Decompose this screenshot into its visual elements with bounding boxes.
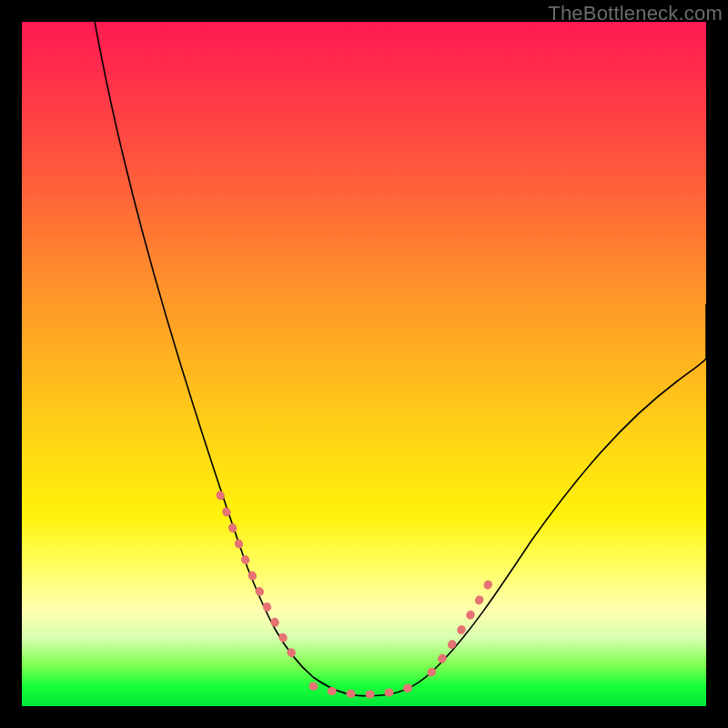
plot-area	[22, 22, 706, 706]
highlight-valley-dots	[313, 686, 413, 694]
watermark-text: TheBottleneck.com	[548, 2, 723, 25]
bottleneck-curve	[22, 22, 706, 706]
outer-frame: TheBottleneck.com	[0, 0, 728, 728]
highlight-right-dots	[431, 572, 495, 672]
curve-path	[72, 0, 706, 696]
